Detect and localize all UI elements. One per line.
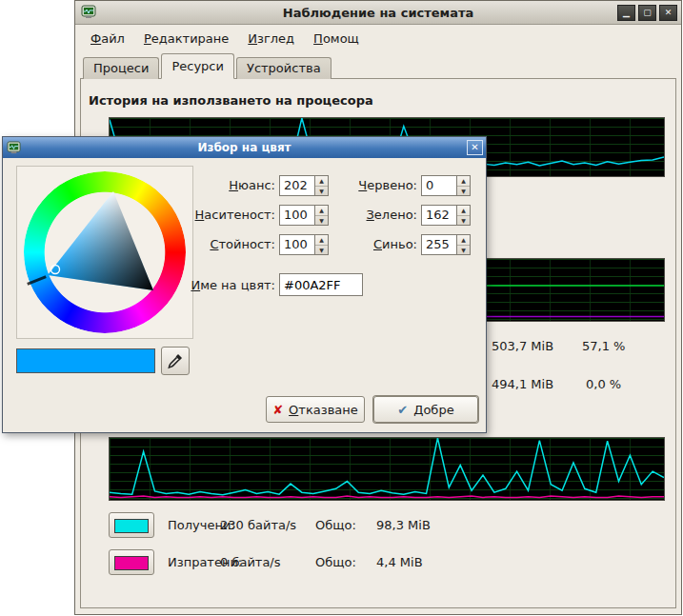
- eyedropper-button[interactable]: [161, 347, 190, 375]
- main-titlebar[interactable]: Наблюдение на системата ▁ ▢ ✕: [75, 1, 681, 25]
- color-name-label: Име на цвят:: [146, 278, 275, 292]
- desktop: Наблюдение на системата ▁ ▢ ✕ Файл Редак…: [0, 0, 683, 616]
- network-out-series-line: [110, 496, 664, 497]
- close-icon[interactable]: ✕: [659, 5, 677, 21]
- spin-down-icon[interactable]: ▼: [315, 245, 328, 255]
- memory-total-value: 503,7 MiB: [492, 339, 553, 353]
- network-history-chart: [109, 437, 665, 501]
- red-label: Червено:: [335, 178, 417, 192]
- menu-file[interactable]: Файл: [83, 28, 132, 50]
- spin-down-icon[interactable]: ▼: [457, 245, 470, 255]
- network-sent-row: Изпратени: 0 байта/s Общо: 4,4 MiB: [109, 549, 661, 576]
- spin-down-icon[interactable]: ▼: [457, 215, 470, 226]
- dialog-titlebar[interactable]: Избор на цвят ✕: [3, 137, 486, 158]
- color-preview: [16, 348, 155, 373]
- ok-button[interactable]: ✔ Добре: [373, 396, 478, 423]
- blue-value[interactable]: 255: [422, 235, 456, 254]
- color-name-input[interactable]: [279, 273, 363, 296]
- swap-percent-value: 0,0 %: [586, 377, 621, 391]
- spin-up-icon[interactable]: ▲: [315, 176, 328, 186]
- cpu-history-heading: История на използването на процесора: [89, 93, 373, 108]
- hue-value[interactable]: 202: [280, 176, 314, 195]
- sent-color-button[interactable]: [109, 549, 154, 575]
- spin-up-icon[interactable]: ▲: [315, 235, 328, 245]
- dialog-close-icon[interactable]: ✕: [467, 140, 483, 155]
- spin-up-icon[interactable]: ▲: [315, 206, 328, 215]
- spin-up-icon[interactable]: ▲: [457, 235, 470, 245]
- saturation-label: Наситеност:: [146, 208, 275, 222]
- red-spinbox[interactable]: 0 ▲ ▼: [421, 175, 471, 196]
- memory-percent-value: 57,1 %: [582, 339, 625, 353]
- tab-processes[interactable]: Процеси: [83, 57, 159, 79]
- menu-view[interactable]: Изглед: [240, 28, 302, 50]
- green-label: Зелено:: [335, 208, 417, 222]
- cancel-button-label: Отказване: [289, 403, 358, 417]
- menubar: Файл Редактиране Изглед Помощ: [77, 26, 679, 50]
- spin-up-icon[interactable]: ▲: [457, 206, 470, 215]
- cancel-icon: ✘: [272, 403, 283, 417]
- cancel-button[interactable]: ✘ Отказване: [266, 396, 365, 423]
- hue-label: Нюанс:: [146, 178, 275, 192]
- network-in-series-line: [110, 438, 664, 495]
- minimize-icon[interactable]: ▁: [617, 5, 635, 21]
- tab-bar: Процеси Ресурси Устройства: [83, 53, 333, 79]
- spin-up-icon[interactable]: ▲: [457, 176, 470, 186]
- received-total: 98,3 MiB: [376, 518, 431, 532]
- network-received-row: Получени: 230 байта/s Общо: 98,3 MiB: [109, 512, 661, 539]
- eyedropper-icon: [166, 351, 185, 370]
- dialog-body: Нюанс: 202 ▲ ▼ Наситеност: 100 ▲ ▼ Стойн…: [3, 158, 486, 432]
- saturation-value[interactable]: 100: [280, 206, 314, 225]
- hue-spinbox[interactable]: 202 ▲ ▼: [279, 175, 329, 196]
- blue-spinbox[interactable]: 255 ▲ ▼: [421, 234, 471, 255]
- menu-help[interactable]: Помощ: [306, 28, 367, 50]
- value-value[interactable]: 100: [280, 235, 314, 254]
- blue-label: Синьо:: [335, 237, 417, 251]
- spin-down-icon[interactable]: ▼: [315, 215, 328, 226]
- sent-color-swatch: [114, 556, 149, 570]
- hsv-triangle[interactable]: [24, 171, 186, 333]
- sent-rate: 0 байта/s: [220, 555, 281, 569]
- saturation-spinbox[interactable]: 100 ▲ ▼: [279, 205, 329, 226]
- menu-edit[interactable]: Редактиране: [136, 28, 236, 50]
- maximize-icon[interactable]: ▢: [638, 5, 656, 21]
- system-monitor-icon: [81, 5, 96, 20]
- red-value[interactable]: 0: [422, 176, 456, 195]
- ok-button-label: Добре: [413, 403, 453, 417]
- dialog-title: Избор на цвят: [3, 141, 486, 154]
- tab-resources[interactable]: Ресурси: [161, 53, 234, 79]
- dialog-icon: [7, 141, 21, 155]
- received-rate: 230 байта/s: [220, 518, 296, 532]
- received-color-button[interactable]: [109, 512, 154, 538]
- green-spinbox[interactable]: 162 ▲ ▼: [421, 205, 471, 226]
- value-spinbox[interactable]: 100 ▲ ▼: [279, 234, 329, 255]
- sent-total-label: Общо:: [315, 555, 356, 569]
- color-picker-dialog: Избор на цвят ✕: [2, 136, 487, 433]
- received-total-label: Общо:: [315, 518, 356, 532]
- sent-total: 4,4 MiB: [376, 555, 423, 569]
- window-title: Наблюдение на системата: [75, 6, 681, 20]
- spin-down-icon[interactable]: ▼: [315, 186, 328, 196]
- ok-icon: ✔: [397, 403, 408, 417]
- received-color-swatch: [114, 519, 149, 533]
- spin-down-icon[interactable]: ▼: [457, 186, 470, 196]
- green-value[interactable]: 162: [422, 206, 456, 225]
- swap-total-value: 494,1 MiB: [492, 377, 553, 391]
- value-label: Стойност:: [146, 237, 275, 251]
- tab-devices[interactable]: Устройства: [236, 57, 331, 79]
